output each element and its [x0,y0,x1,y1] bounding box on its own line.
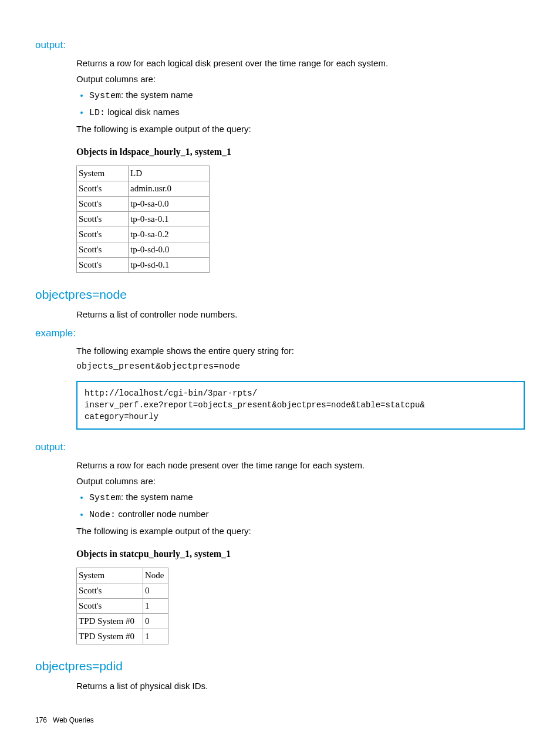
s4-li1-text: : the system name [121,492,193,502]
heading-output-1: output: [35,38,525,52]
cell: tp-0-sd-0.0 [129,242,210,258]
s5-p1: Returns a list of physical disk IDs. [76,680,525,692]
table-header-row: System LD [77,166,210,181]
heading-example: example: [35,326,525,340]
cell: TPD System #0 [77,629,143,644]
s4-table: System Node Scott's0 Scott's1 TPD System… [76,568,168,644]
s4-p3: The following is example output of the q… [76,525,525,537]
section2-body: Returns a list of controller node number… [76,308,525,320]
th-system: System [77,166,129,181]
s4-p2: Output columns are: [76,475,525,487]
th-ld: LD [129,166,210,181]
table-row: Scott's0 [77,583,168,599]
s4-p1: Returns a row for each node present over… [76,459,525,471]
s1-list: System: the system name LD: logical disk… [76,89,525,119]
cell: 0 [143,614,168,629]
page-footer: 176 Web Queries [35,715,525,725]
table-row: Scott's1 [77,599,168,614]
section4-body: Returns a row for each node present over… [76,459,525,644]
footer-label: Web Queries [53,716,94,724]
th-system: System [77,568,143,583]
s3-code1: objects_present&objectpres=node [76,360,525,373]
cell: 1 [143,599,168,614]
cell: Scott's [77,227,129,242]
s3-codebox: http://localhost/cgi-bin/3par-rpts/ inse… [76,381,525,430]
cell: 0 [143,583,168,599]
table-row: Scott'stp-0-sa-0.0 [77,197,210,212]
cell: tp-0-sa-0.2 [129,227,210,242]
s1-li1: System: the system name [89,89,525,102]
s1-p3: The following is example output of the q… [76,123,525,135]
cell: Scott's [77,583,143,599]
s4-li1-code: System [89,493,121,503]
s1-li1-code: System [89,91,121,101]
cell: 1 [143,629,168,644]
table-row: TPD System #00 [77,614,168,629]
s4-li2: Node: controller node number [89,508,525,521]
s1-li2-code: LD: [89,108,105,118]
table-row: Scott'stp-0-sa-0.1 [77,212,210,227]
s3-p1: The following example shows the entire q… [76,345,525,357]
heading-objectpres-pdid: objectpres=pdid [35,657,525,674]
cell: TPD System #0 [77,614,143,629]
s1-p2: Output columns are: [76,73,525,85]
heading-objectpres-node: objectpres=node [35,286,525,303]
section3-body: The following example shows the entire q… [76,345,525,430]
cell: admin.usr.0 [129,181,210,197]
section1-body: Returns a row for each logical disk pres… [76,57,525,273]
s1-table-title: Objects in ldspace_hourly_1, system_1 [76,146,525,158]
table-header-row: System Node [77,568,168,583]
table-row: TPD System #01 [77,629,168,644]
cell: tp-0-sd-0.1 [129,258,210,273]
s1-li2: LD: logical disk names [89,106,525,119]
s1-li1-text: : the system name [121,90,193,100]
cell: Scott's [77,181,129,197]
s1-p1: Returns a row for each logical disk pres… [76,57,525,69]
cell: Scott's [77,599,143,614]
table-row: Scott'stp-0-sa-0.2 [77,227,210,242]
cell: Scott's [77,197,129,212]
s1-li2-text: logical disk names [105,107,180,117]
cell: tp-0-sa-0.1 [129,212,210,227]
s4-li1: System: the system name [89,491,525,504]
cell: tp-0-sa-0.0 [129,197,210,212]
s4-list: System: the system name Node: controller… [76,491,525,521]
cell: Scott's [77,242,129,258]
table-row: Scott'stp-0-sd-0.1 [77,258,210,273]
page-number: 176 [35,716,47,724]
heading-output-2: output: [35,440,525,454]
s4-table-title: Objects in statcpu_hourly_1, system_1 [76,548,525,561]
table-row: Scott'stp-0-sd-0.0 [77,242,210,258]
table-row: Scott'sadmin.usr.0 [77,181,210,197]
s2-p1: Returns a list of controller node number… [76,308,525,320]
s1-table: System LD Scott'sadmin.usr.0 Scott'stp-0… [76,166,210,273]
s4-li2-text: controller node number [116,509,208,519]
th-node: Node [143,568,168,583]
s4-li2-code: Node: [89,510,116,520]
cell: Scott's [77,212,129,227]
section5-body: Returns a list of physical disk IDs. [76,680,525,692]
cell: Scott's [77,258,129,273]
